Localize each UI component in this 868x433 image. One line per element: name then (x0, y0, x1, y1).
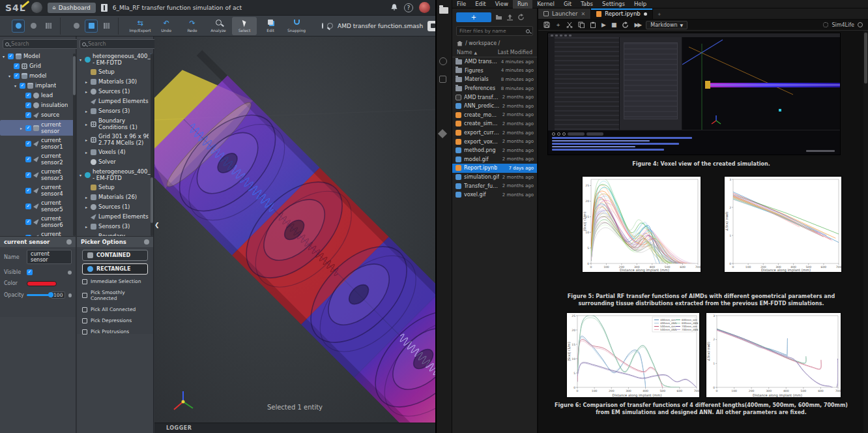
name-field[interactable]: current sensor (27, 250, 72, 264)
visibility-checkbox[interactable]: ✓ (25, 125, 31, 131)
upload-icon[interactable] (506, 14, 514, 21)
caret-icon[interactable]: ▸ (84, 195, 89, 200)
viewport-3d[interactable]: ❮ Selected 1 entity (154, 37, 435, 423)
user-avatar[interactable] (419, 2, 430, 13)
contained-button[interactable]: CONTAINED (82, 250, 148, 261)
tree-item[interactable]: ▸✓currentsensor (0, 120, 76, 136)
new-launcher-button[interactable]: + (456, 12, 491, 22)
tab-report-ipynb[interactable]: Report.ipynb (591, 8, 652, 19)
checkbox[interactable] (82, 318, 87, 323)
stop-icon[interactable]: ■ (611, 20, 617, 30)
file-row[interactable]: voxel.gif2 months ago (452, 190, 537, 200)
visibility-checkbox[interactable]: ✓ (25, 112, 31, 118)
checkbox[interactable] (82, 329, 87, 335)
menu-help[interactable]: Help (629, 0, 651, 8)
tree-item[interactable]: ✓currentsensor3 (0, 167, 76, 183)
file-row[interactable]: export_current_distri...2 months ago (452, 128, 537, 138)
new-folder-icon[interactable] (495, 14, 502, 21)
opacity-slider[interactable] (27, 294, 48, 296)
tree-item[interactable]: Setup (77, 183, 153, 192)
menu-run[interactable]: Run (513, 0, 532, 8)
picker-option[interactable]: Immediate Selection (77, 276, 153, 287)
tree-item[interactable]: ✓Grid (0, 61, 76, 71)
sim-search-input[interactable] (88, 41, 154, 47)
checkbox[interactable] (82, 307, 87, 312)
tree-item[interactable]: ✓currentsensor2 (0, 151, 76, 167)
menu-git[interactable]: Git (559, 0, 576, 8)
tree-item[interactable]: ✓currentsensor1 (0, 136, 76, 151)
picker-option[interactable]: Pick Smoothly Connected (77, 287, 153, 304)
caret-icon[interactable]: ▸ (84, 138, 89, 142)
pin-icon[interactable] (144, 239, 149, 245)
tab-launcher[interactable]: Launcher ✕ (538, 8, 591, 19)
notification-icon[interactable] (823, 22, 828, 27)
visibility-checkbox[interactable]: ✓ (25, 172, 31, 178)
mode-circle-button[interactable] (27, 20, 40, 33)
visibility-checkbox[interactable]: ✓ (8, 53, 14, 59)
dashboard-button[interactable]: ⌂ Dashboard (48, 3, 96, 13)
tree-item[interactable]: ✓currentsensor6 (0, 214, 76, 230)
paste-icon[interactable] (590, 22, 596, 28)
tool-edit[interactable]: Edit (258, 17, 283, 35)
visible-checkbox[interactable]: ✓ (27, 269, 33, 275)
tree-item[interactable]: ▾✓implant (0, 81, 76, 91)
sim-tree-scrollbar[interactable] (151, 53, 153, 236)
tree-item[interactable]: ▸Sources (1) (77, 87, 153, 97)
file-row[interactable]: Report.ipynb7 days ago (452, 164, 537, 173)
mode-sphere-button[interactable] (70, 20, 83, 33)
caret-icon[interactable]: ▸ (84, 122, 89, 127)
kernel-name[interactable]: Sim4Life (832, 22, 854, 28)
home-icon[interactable] (457, 41, 463, 46)
modified-dot-icon[interactable] (644, 12, 647, 16)
pin-icon[interactable] (66, 239, 72, 245)
caret-icon[interactable]: ▾ (78, 173, 83, 177)
menu-file[interactable]: File (452, 0, 470, 8)
tree-item[interactable]: ▾✓Model (0, 52, 76, 61)
visibility-checkbox[interactable]: ✓ (25, 141, 31, 147)
tree-item[interactable]: Solver (77, 157, 153, 167)
refresh-icon[interactable] (517, 14, 525, 21)
notebook-content[interactable]: Figure 4: Voxel view of the created simu… (538, 31, 868, 433)
tree-item[interactable]: ▾✓model (0, 71, 76, 81)
bell-icon[interactable] (390, 3, 398, 12)
visibility-checkbox[interactable]: ✓ (20, 83, 25, 89)
checkbox[interactable] (82, 279, 87, 284)
name-column-header[interactable]: Name (457, 50, 472, 55)
modified-column-header[interactable]: Last Modified (498, 50, 532, 55)
sim-search-box[interactable]: ✕ (80, 39, 163, 49)
save-icon[interactable] (543, 22, 550, 28)
file-row[interactable]: Figures4 minutes ago (452, 67, 537, 76)
git-icon[interactable] (439, 76, 450, 85)
mode-bars-button[interactable] (100, 20, 113, 33)
caret-icon[interactable]: ▾ (7, 74, 12, 78)
file-row[interactable]: Preferences8 minutes ago (452, 84, 537, 93)
file-row[interactable]: ANN_prediction.png2 months ago (452, 102, 537, 111)
visibility-checkbox[interactable]: ✓ (25, 93, 31, 98)
extensions-icon[interactable] (439, 130, 450, 140)
tree-item[interactable]: ✓insulation (0, 100, 76, 110)
tool-analyze[interactable]: Analyze (206, 17, 231, 35)
file-row[interactable]: AMD transfer functi...4 minutes ago (452, 57, 537, 67)
breadcrumb[interactable]: / workspace / (452, 37, 537, 48)
file-row[interactable]: create_simulation.ipy...2 months ago (452, 119, 537, 128)
file-row[interactable]: AMD transfer functi...2 months ago (452, 93, 537, 102)
visibility-checkbox[interactable]: ✓ (25, 157, 31, 162)
picker-option[interactable]: Pick Protrusions (77, 326, 153, 337)
tool-select[interactable]: Select (232, 17, 257, 35)
filter-box[interactable] (456, 26, 533, 36)
mode-person-button[interactable] (12, 20, 25, 33)
file-row[interactable]: create_model.ipynb2 months ago (452, 111, 537, 120)
file-row[interactable]: simulation.gif2 months ago (452, 173, 537, 182)
file-row[interactable]: export_voxel_data.ip...2 months ago (452, 137, 537, 146)
tree-item[interactable]: Lumped Elements (77, 212, 153, 222)
caret-icon[interactable]: ▸ (84, 89, 89, 94)
file-row[interactable]: Transfer_function.png2 months ago (452, 181, 537, 190)
tree-item[interactable]: ▸Sensors (3) (77, 222, 153, 231)
rectangle-button[interactable]: RECTANGLE (82, 263, 148, 275)
restart-run-all-icon[interactable]: ▶▶ (634, 20, 641, 30)
visibility-checkbox[interactable]: ✓ (14, 73, 20, 79)
menu-edit[interactable]: Edit (470, 0, 490, 8)
caret-icon[interactable]: ▾ (13, 83, 18, 88)
new-tab-button[interactable]: ＋ (653, 8, 666, 19)
tree-item[interactable]: ▸Sources (1) (77, 202, 153, 212)
